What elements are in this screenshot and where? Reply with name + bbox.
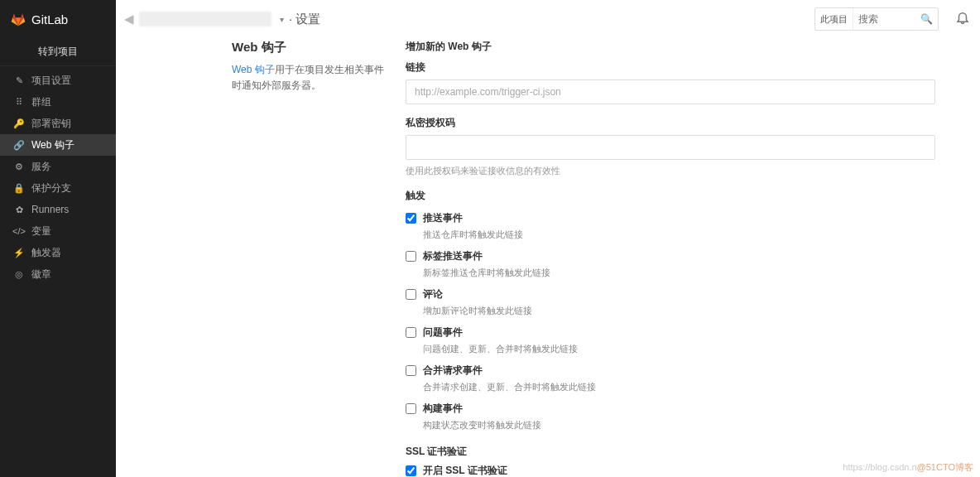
section-description: Web 钩子用于在项目发生相关事件时通知外部服务器。 <box>232 62 389 94</box>
trigger-label[interactable]: 标签推送事件 <box>406 249 935 263</box>
trigger-item-3: 问题事件问题创建、更新、合并时将触发此链接 <box>406 325 935 355</box>
trigger-sub: 构建状态改变时将触发此链接 <box>423 419 935 431</box>
main-content: Web 钩子 Web 钩子用于在项目发生相关事件时通知外部服务器。 增加新的 W… <box>116 38 980 477</box>
ssl-section-label: SSL 证书验证 <box>406 445 935 459</box>
sidebar-icon: 🔒 <box>12 183 26 194</box>
trigger-checkbox[interactable] <box>406 213 416 224</box>
triggers-label: 触发 <box>406 189 935 203</box>
sidebar-label: 服务 <box>31 160 51 174</box>
token-label: 私密授权码 <box>406 116 935 130</box>
sidebar-icon: </> <box>12 226 26 236</box>
token-input[interactable] <box>406 135 935 160</box>
webhooks-doc-link[interactable]: Web 钩子 <box>232 64 275 75</box>
sidebar-item-0[interactable]: ✎项目设置 <box>0 70 116 91</box>
trigger-item-4: 合并请求事件合并请求创建、更新、合并时将触发此链接 <box>406 364 935 393</box>
add-hook-title: 增加新的 Web 钩子 <box>406 40 935 54</box>
top-header: GitLab ◀ ▾ · 设置 此项目 🔍 <box>0 0 980 38</box>
sidebar-icon: 🔗 <box>12 140 26 151</box>
trigger-sub: 新标签推送仓库时将触发此链接 <box>423 267 935 279</box>
breadcrumb-project-blur <box>139 12 271 26</box>
trigger-checkbox[interactable] <box>406 365 416 376</box>
trigger-sub: 增加新评论时将触发此链接 <box>423 305 935 317</box>
trigger-checkbox[interactable] <box>406 289 416 300</box>
trigger-label[interactable]: 推送事件 <box>406 211 935 225</box>
url-input[interactable] <box>406 80 935 104</box>
token-hint: 使用此授权码来验证接收信息的有效性 <box>406 165 935 177</box>
chevron-down-icon[interactable]: ▾ <box>280 15 284 24</box>
sidebar-item-3[interactable]: 🔗Web 钩子 <box>0 134 116 156</box>
trigger-label[interactable]: 评论 <box>406 287 935 301</box>
trigger-checkbox[interactable] <box>406 403 416 414</box>
trigger-item-2: 评论增加新评论时将触发此链接 <box>406 287 935 317</box>
search-input[interactable] <box>853 13 920 25</box>
search-box[interactable]: 此项目 🔍 <box>814 7 939 31</box>
trigger-checkbox[interactable] <box>406 251 416 262</box>
watermark: https://blog.csdn.n@51CTO博客 <box>843 461 973 474</box>
sidebar-icon: ◎ <box>12 269 26 280</box>
sidebar-label: 部署密钥 <box>31 117 71 131</box>
trigger-sub: 问题创建、更新、合并时将触发此链接 <box>423 343 935 355</box>
back-to-project[interactable]: 转到项目 <box>0 38 116 66</box>
sidebar-label: 保护分支 <box>31 181 71 195</box>
sidebar-label: 变量 <box>31 224 51 238</box>
sidebar-icon: ⠿ <box>12 97 26 108</box>
sidebar-label: 项目设置 <box>31 74 71 88</box>
sidebar-item-7[interactable]: </>变量 <box>0 220 116 242</box>
brand-logo[interactable]: GitLab <box>0 0 116 38</box>
sidebar-label: 触发器 <box>31 246 61 260</box>
trigger-item-1: 标签推送事件新标签推送仓库时将触发此链接 <box>406 249 935 279</box>
sidebar-label: 徽章 <box>31 267 51 282</box>
trigger-label[interactable]: 构建事件 <box>406 402 935 416</box>
trigger-item-0: 推送事件推送仓库时将触发此链接 <box>406 211 935 241</box>
sidebar-icon: ⚙ <box>12 161 26 172</box>
trigger-label[interactable]: 问题事件 <box>406 325 935 340</box>
url-label: 链接 <box>406 60 935 75</box>
ssl-checkbox[interactable] <box>406 465 416 476</box>
sidebar-item-1[interactable]: ⠿群组 <box>0 91 116 113</box>
sidebar-icon: ✎ <box>12 75 26 86</box>
breadcrumb-suffix: · 设置 <box>289 12 320 27</box>
search-icon[interactable]: 🔍 <box>920 13 933 25</box>
section-title: Web 钩子 <box>232 40 389 55</box>
notifications-icon[interactable] <box>955 10 970 27</box>
trigger-checkbox[interactable] <box>406 327 416 338</box>
sidebar-icon: 🔑 <box>12 118 26 129</box>
sidebar-item-9[interactable]: ◎徽章 <box>0 263 116 285</box>
sidebar-label: Web 钩子 <box>31 138 74 152</box>
brand-name: GitLab <box>31 12 68 26</box>
trigger-sub: 合并请求创建、更新、合并时将触发此链接 <box>423 381 935 393</box>
sidebar-label: Runners <box>31 204 69 215</box>
sidebar-icon: ✿ <box>12 205 26 215</box>
search-scope[interactable]: 此项目 <box>815 8 853 30</box>
sidebar-icon: ⚡ <box>12 248 26 258</box>
sidebar-item-2[interactable]: 🔑部署密钥 <box>0 113 116 134</box>
sidebar-item-5[interactable]: 🔒保护分支 <box>0 177 116 199</box>
chevron-left-icon[interactable]: ◀ <box>124 12 134 26</box>
trigger-sub: 推送仓库时将触发此链接 <box>423 229 935 241</box>
sidebar-item-6[interactable]: ✿Runners <box>0 199 116 220</box>
trigger-item-5: 构建事件构建状态改变时将触发此链接 <box>406 402 935 431</box>
sidebar: 转到项目 ✎项目设置⠿群组🔑部署密钥🔗Web 钩子⚙服务🔒保护分支✿Runner… <box>0 38 116 477</box>
gitlab-logo-icon <box>10 11 26 27</box>
sidebar-item-4[interactable]: ⚙服务 <box>0 156 116 177</box>
sidebar-item-8[interactable]: ⚡触发器 <box>0 242 116 263</box>
trigger-label[interactable]: 合并请求事件 <box>406 364 935 378</box>
sidebar-label: 群组 <box>31 95 51 109</box>
